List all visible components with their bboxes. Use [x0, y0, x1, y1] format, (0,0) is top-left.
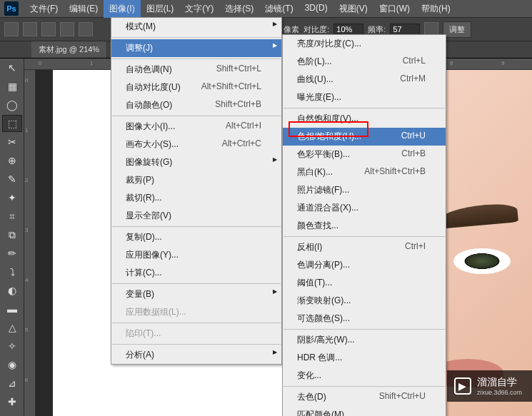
tool-12[interactable]: ◐ [2, 282, 22, 299]
menu-item-黑白(K)...[interactable]: 黑白(K)...Alt+Shift+Ctrl+B [283, 163, 446, 181]
menu-窗口(W)[interactable]: 窗口(W) [373, 0, 416, 18]
watermark-url: zixue.3d66.com [477, 389, 522, 396]
menu-item-HDR 色调...[interactable]: HDR 色调... [283, 349, 446, 367]
vertical-ruler: 012345678 [24, 70, 36, 416]
contrast-input[interactable] [333, 24, 363, 35]
tool-2[interactable]: ◯ [2, 96, 22, 113]
tool-14[interactable]: △ [2, 319, 22, 336]
menu-item-渐变映射(G)...[interactable]: 渐变映射(G)... [283, 292, 446, 310]
menu-item-匹配颜色(M)...[interactable]: 匹配颜色(M)... [283, 406, 446, 416]
menu-文件(F)[interactable]: 文件(F) [24, 0, 64, 18]
freq-input[interactable] [390, 24, 420, 35]
tool-11[interactable]: ⤵ [2, 263, 22, 280]
menu-图像(I)[interactable]: 图像(I) [104, 0, 140, 18]
menu-bar: Ps 文件(F)编辑(E)图像(I)图层(L)文字(Y)选择(S)滤镜(T)3D… [0, 0, 532, 17]
menu-item-自然饱和度(V)...[interactable]: 自然饱和度(V)... [283, 110, 446, 128]
menu-视图(V)[interactable]: 视图(V) [333, 0, 373, 18]
mode-icon-2[interactable] [41, 22, 56, 36]
menu-item-画布大小(S)...[interactable]: 画布大小(S)...Alt+Ctrl+C [111, 136, 281, 153]
mode-icon-3[interactable] [60, 22, 74, 36]
menu-滤镜(T)[interactable]: 滤镜(T) [259, 0, 298, 18]
tool-15[interactable]: ✧ [2, 338, 22, 355]
tool-7[interactable]: ✦ [2, 189, 22, 206]
menu-item-可选颜色(S)...[interactable]: 可选颜色(S)... [283, 310, 446, 328]
play-icon: ▶ [454, 377, 471, 395]
menu-item-亮度/对比度(C)...[interactable]: 亮度/对比度(C)... [283, 35, 446, 53]
image-menu-dropdown: 模式(M)调整(J)自动色调(N)Shift+Ctrl+L自动对比度(U)Alt… [111, 17, 282, 365]
menu-编辑(E)[interactable]: 编辑(E) [64, 0, 104, 18]
menu-item-反相(I)[interactable]: 反相(I)Ctrl+I [283, 238, 446, 256]
menu-item-模式(M)[interactable]: 模式(M) [111, 18, 281, 36]
menu-item-曝光度(E)...[interactable]: 曝光度(E)... [283, 88, 446, 106]
menu-item-应用数据组(L)...: 应用数据组(L)... [111, 303, 281, 321]
menu-item-应用图像(Y)...[interactable]: 应用图像(Y)... [111, 246, 281, 264]
tool-13[interactable]: ▬ [2, 300, 22, 318]
tool-3[interactable]: ⬚ [2, 115, 22, 132]
menu-item-变化...[interactable]: 变化... [283, 367, 446, 385]
tool-19[interactable]: T [2, 412, 22, 416]
menu-item-分析(A)[interactable]: 分析(A) [111, 346, 281, 364]
menu-item-照片滤镜(F)...[interactable]: 照片滤镜(F)... [283, 181, 446, 199]
menu-item-显示全部(V)[interactable]: 显示全部(V) [111, 207, 281, 225]
menu-item-色调分离(P)...[interactable]: 色调分离(P)... [283, 256, 446, 274]
mode-icon-1[interactable] [23, 22, 37, 36]
document-tab[interactable]: 素材.jpg @ 214% [31, 41, 107, 58]
menu-图层(L)[interactable]: 图层(L) [141, 0, 180, 18]
menu-帮助(H)[interactable]: 帮助(H) [416, 0, 456, 18]
menu-item-图像大小(I)...[interactable]: 图像大小(I)...Alt+Ctrl+I [111, 118, 281, 136]
menu-item-调整(J)[interactable]: 调整(J) [111, 39, 281, 57]
menu-item-阈值(T)...[interactable]: 阈值(T)... [283, 274, 446, 292]
watermark: ▶ 溜溜自学 zixue.3d66.com [447, 370, 532, 402]
tool-panel: ↖▦◯⬚✂⊕✎✦⌗⧉✏⤵◐▬△✧◉⊿✚T↗▭✋◰⊞ [0, 59, 24, 416]
menu-item-阴影/高光(W)...[interactable]: 阴影/高光(W)... [283, 331, 446, 349]
menu-item-颜色查找...[interactable]: 颜色查找... [283, 217, 446, 235]
tool-0[interactable]: ↖ [2, 59, 22, 76]
tool-8[interactable]: ⌗ [2, 208, 22, 225]
watermark-title: 溜溜自学 [477, 376, 517, 387]
freq-label: 频率: [368, 24, 386, 35]
menu-item-陷印(T)...: 陷印(T)... [111, 325, 281, 343]
menu-item-复制(D)...[interactable]: 复制(D)... [111, 228, 281, 246]
tool-1[interactable]: ▦ [2, 78, 22, 95]
menu-选择(S)[interactable]: 选择(S) [219, 0, 259, 18]
menu-item-色阶(L)...[interactable]: 色阶(L)...Ctrl+L [283, 53, 446, 71]
menu-item-通道混合器(X)...[interactable]: 通道混合器(X)... [283, 199, 446, 217]
adjustments-submenu: 亮度/对比度(C)...色阶(L)...Ctrl+L曲线(U)...Ctrl+M… [282, 34, 446, 416]
menu-item-自动颜色(O)[interactable]: 自动颜色(O)Shift+Ctrl+B [111, 96, 281, 114]
tool-5[interactable]: ⊕ [2, 152, 22, 169]
menu-文字(Y)[interactable]: 文字(Y) [179, 0, 219, 18]
tool-9[interactable]: ⧉ [2, 226, 22, 243]
menu-item-自动对比度(U)[interactable]: 自动对比度(U)Alt+Shift+Ctrl+L [111, 78, 281, 96]
menu-3D(D)[interactable]: 3D(D) [299, 0, 333, 18]
menu-item-裁切(R)...[interactable]: 裁切(R)... [111, 189, 281, 207]
tool-10[interactable]: ✏ [2, 245, 22, 262]
tool-17[interactable]: ⊿ [2, 375, 22, 392]
menu-item-色彩平衡(B)...[interactable]: 色彩平衡(B)...Ctrl+B [283, 146, 446, 163]
adjust-button[interactable]: 调整 [443, 21, 471, 38]
app-logo: Ps [4, 1, 19, 16]
tool-16[interactable]: ◉ [2, 356, 22, 373]
menu-item-色相/饱和度(H)...[interactable]: 色相/饱和度(H)...Ctrl+U [283, 128, 446, 146]
menu-item-曲线(U)...[interactable]: 曲线(U)...Ctrl+M [283, 71, 446, 88]
tool-preset-icon[interactable] [4, 22, 19, 36]
tool-6[interactable]: ✎ [2, 171, 22, 188]
contrast-label: 对比度: [303, 24, 329, 35]
tool-18[interactable]: ✚ [2, 393, 22, 410]
menu-item-裁剪(P)[interactable]: 裁剪(P) [111, 171, 281, 189]
menu-item-去色(D)[interactable]: 去色(D)Shift+Ctrl+U [283, 388, 446, 406]
menu-item-计算(C)...[interactable]: 计算(C)... [111, 264, 281, 282]
menu-item-图像旋转(G)[interactable]: 图像旋转(G) [111, 153, 281, 171]
menu-item-变量(B)[interactable]: 变量(B) [111, 285, 281, 303]
menu-item-自动色调(N)[interactable]: 自动色调(N)Shift+Ctrl+L [111, 61, 281, 78]
tool-4[interactable]: ✂ [2, 133, 22, 151]
mode-icon-4[interactable] [79, 22, 93, 36]
